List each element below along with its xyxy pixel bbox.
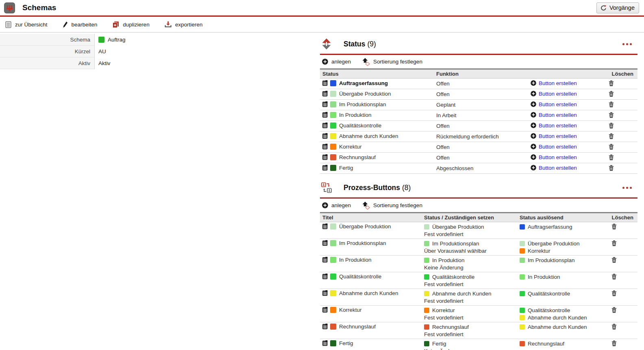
toolbar-item-exportieren[interactable]: exportieren bbox=[165, 21, 203, 28]
form-icon[interactable] bbox=[322, 91, 328, 98]
button-erstellen-link[interactable]: Button erstellen bbox=[539, 101, 577, 107]
status-name[interactable]: In Produktion bbox=[339, 112, 372, 118]
button-erstellen-link[interactable]: Button erstellen bbox=[539, 144, 577, 150]
form-icon[interactable] bbox=[322, 257, 328, 264]
status-row: QualitätskontrolleOffenButton erstellen bbox=[320, 121, 637, 131]
form-icon[interactable] bbox=[322, 165, 328, 172]
button-erstellen-link[interactable]: Button erstellen bbox=[539, 80, 577, 86]
form-icon[interactable] bbox=[322, 133, 328, 140]
form-icon[interactable] bbox=[322, 340, 328, 347]
toolbar-item-uebersicht[interactable]: zur Übersicht bbox=[5, 21, 48, 28]
trash-icon[interactable] bbox=[611, 273, 617, 281]
vorgaenge-button[interactable]: Vorgänge bbox=[596, 2, 639, 13]
status-color-swatch bbox=[330, 112, 336, 118]
status-row: Im ProduktionsplanGeplantButton erstelle… bbox=[320, 100, 637, 110]
status-color-swatch bbox=[330, 273, 336, 280]
button-erstellen-link[interactable]: Button erstellen bbox=[539, 133, 577, 139]
process-button-title[interactable]: Übergabe Produktion bbox=[339, 223, 391, 230]
form-icon[interactable] bbox=[322, 223, 328, 230]
delete-cell bbox=[596, 110, 637, 121]
status-funktion: Offen bbox=[434, 79, 528, 89]
trash-icon[interactable] bbox=[611, 340, 617, 348]
titel-cell: Qualitätskontrolle bbox=[320, 272, 422, 289]
toolbar-label: duplizieren bbox=[123, 22, 149, 28]
trash-icon[interactable] bbox=[611, 290, 617, 298]
status-name[interactable]: Qualitätskontrolle bbox=[339, 122, 381, 129]
process-button-title[interactable]: Rechnungslauf bbox=[339, 324, 376, 330]
trash-icon[interactable] bbox=[611, 223, 617, 231]
form-icon[interactable] bbox=[322, 154, 328, 161]
status-color-swatch bbox=[330, 257, 336, 263]
trash-icon[interactable] bbox=[609, 165, 614, 172]
status-name[interactable]: Übergabe Produktion bbox=[339, 91, 391, 97]
trash-icon[interactable] bbox=[609, 80, 614, 88]
set-status-cell: KorrekturFest vordefiniert bbox=[422, 306, 517, 322]
status-color-swatch bbox=[330, 101, 336, 107]
app-header: Schemas Vorgänge bbox=[0, 0, 644, 17]
detail-row: SchemaAuftrag bbox=[0, 34, 320, 46]
status-name[interactable]: Fertig bbox=[339, 165, 353, 171]
schema-details: SchemaAuftragKürzelAUAktivAktiv bbox=[0, 33, 320, 350]
more-dots-icon[interactable] bbox=[622, 43, 632, 45]
toolbar-item-bearbeiten[interactable]: bearbeiten bbox=[63, 21, 98, 28]
status-name[interactable]: Korrektur bbox=[339, 144, 362, 150]
button-erstellen-link[interactable]: Button erstellen bbox=[539, 112, 577, 118]
sortierung-label: Sortierung festlegen bbox=[373, 59, 422, 65]
sortierung-button[interactable]: Sortierung festlegen bbox=[362, 201, 422, 210]
form-icon[interactable] bbox=[322, 80, 328, 87]
more-dots-icon[interactable] bbox=[622, 187, 632, 189]
process-button-title[interactable]: Im Produktionsplan bbox=[339, 240, 386, 246]
form-icon[interactable] bbox=[322, 273, 328, 280]
form-icon[interactable] bbox=[322, 112, 328, 119]
trash-icon[interactable] bbox=[611, 307, 617, 314]
button-erstellen-link[interactable]: Button erstellen bbox=[539, 122, 577, 129]
status-name[interactable]: Auftragserfassung bbox=[339, 80, 388, 86]
trash-icon[interactable] bbox=[609, 112, 614, 119]
button-erstellen-link[interactable]: Button erstellen bbox=[539, 154, 577, 160]
trigger-status-name: Rechnungslauf bbox=[528, 341, 564, 347]
toolbar-item-duplizieren[interactable]: duplizieren bbox=[112, 21, 149, 28]
trash-icon[interactable] bbox=[609, 122, 614, 130]
trash-icon[interactable] bbox=[611, 240, 617, 247]
status-name[interactable]: Abnahme durch Kunden bbox=[339, 133, 398, 139]
trash-icon[interactable] bbox=[609, 144, 614, 151]
process-button-title[interactable]: Fertig bbox=[339, 340, 353, 346]
plus-circle-icon bbox=[531, 133, 536, 140]
status-color-swatch bbox=[98, 37, 104, 43]
status-color-swatch bbox=[520, 291, 525, 296]
status-name[interactable]: Rechnungslauf bbox=[339, 154, 376, 160]
process-button-title[interactable]: Qualitätskontrolle bbox=[339, 273, 381, 280]
trash-icon[interactable] bbox=[611, 324, 617, 331]
trash-icon[interactable] bbox=[609, 154, 614, 162]
plus-circle-icon bbox=[531, 144, 536, 151]
status-color-swatch bbox=[424, 341, 429, 346]
form-icon[interactable] bbox=[322, 101, 328, 108]
button-erstellen-link[interactable]: Button erstellen bbox=[539, 91, 577, 97]
trash-icon[interactable] bbox=[609, 101, 614, 109]
duplicate-icon bbox=[112, 21, 119, 28]
button-erstellen-link[interactable]: Button erstellen bbox=[539, 165, 577, 171]
status-name[interactable]: Im Produktionsplan bbox=[339, 101, 386, 107]
form-icon[interactable] bbox=[322, 144, 328, 151]
form-icon[interactable] bbox=[322, 240, 328, 247]
sortierung-button[interactable]: Sortierung festlegen bbox=[362, 58, 422, 66]
process-button-title[interactable]: In Produktion bbox=[339, 257, 372, 263]
trash-icon[interactable] bbox=[609, 133, 614, 140]
process-button-title[interactable]: Abnahme durch Kunden bbox=[339, 290, 398, 296]
form-icon[interactable] bbox=[322, 290, 328, 297]
process-button-title[interactable]: Korrektur bbox=[339, 307, 362, 313]
form-icon[interactable] bbox=[322, 122, 328, 129]
toolbar-label: zur Übersicht bbox=[15, 22, 48, 28]
trash-icon[interactable] bbox=[609, 91, 614, 98]
status-funktion: Rückmeldung erforderlich bbox=[434, 131, 528, 142]
anlegen-button[interactable]: anlegen bbox=[322, 59, 351, 65]
form-icon[interactable] bbox=[322, 324, 328, 330]
trash-icon[interactable] bbox=[611, 257, 617, 264]
page-title: Schemas bbox=[22, 3, 56, 12]
form-icon[interactable] bbox=[322, 307, 328, 314]
section-title: Prozess-Buttons bbox=[344, 184, 400, 192]
anlegen-button[interactable]: anlegen bbox=[322, 202, 351, 208]
status-cell: Korrektur bbox=[320, 142, 434, 153]
status-color-swatch bbox=[520, 341, 525, 346]
status-cell: Auftragserfassung bbox=[320, 79, 434, 89]
